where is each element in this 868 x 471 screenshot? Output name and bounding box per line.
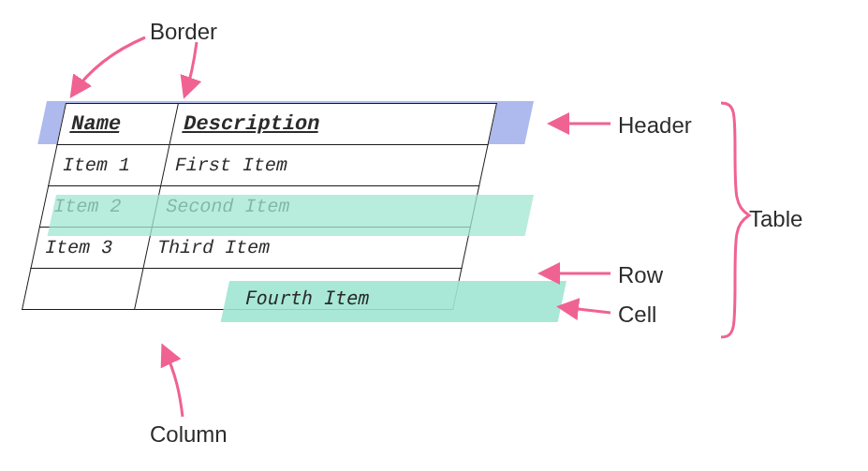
label-row: Row <box>618 262 663 288</box>
arrow-border-to-divider <box>185 42 197 94</box>
cell-description: First Item <box>161 145 488 186</box>
header-cell-description: Description <box>169 104 496 145</box>
table-row: Item 3 Third Item <box>31 228 470 269</box>
table-row: Item 1 First Item <box>49 145 488 186</box>
cell-name <box>22 269 143 310</box>
header-cell-name: Name <box>57 104 178 145</box>
arrow-column <box>164 348 183 417</box>
anatomy-table-wrap: Name Description Item 1 First Item Item … <box>22 103 497 310</box>
floating-cell-text: Fourth Item <box>243 287 372 309</box>
cell-name: Item 1 <box>49 145 169 186</box>
label-border: Border <box>150 19 217 45</box>
cell-name: Item 3 <box>31 228 152 269</box>
table-row: Item 2 Second Item <box>39 186 478 228</box>
cell-description: Third Item <box>143 228 470 269</box>
table-row <box>22 269 462 310</box>
anatomy-table: Name Description Item 1 First Item Item … <box>22 103 497 310</box>
brace-table <box>721 103 749 337</box>
label-table: Table <box>749 206 802 232</box>
cell-description: Second Item <box>152 186 478 228</box>
label-cell: Cell <box>618 302 656 328</box>
label-header: Header <box>618 112 692 139</box>
arrow-cell <box>562 307 611 313</box>
cell-name: Item 2 <box>39 186 160 228</box>
table-header-row: Name Description <box>57 104 496 145</box>
label-column: Column <box>150 421 228 448</box>
arrow-border-to-corner <box>73 37 145 94</box>
